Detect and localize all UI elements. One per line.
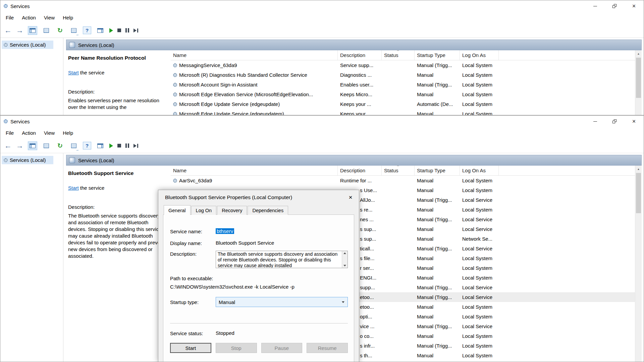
start-service-toolbar-button[interactable] (109, 27, 113, 34)
export-list-button[interactable]: → (69, 26, 78, 35)
sort-ascending-icon: ^ (397, 166, 399, 168)
scrollbar-thumb[interactable] (636, 58, 641, 98)
cell-name: MessagingService_63da9 (171, 62, 338, 68)
show-console-tree-button[interactable] (28, 26, 37, 35)
help-button[interactable]: ? (83, 142, 91, 149)
column-header-name[interactable]: Name (171, 166, 338, 175)
export-list-button[interactable]: → (69, 141, 78, 150)
column-header-description[interactable]: Description (338, 50, 382, 60)
cell-description: Keeps Micro... (338, 92, 382, 97)
vertical-scrollbar[interactable]: ▲ (635, 166, 642, 362)
tab-general[interactable]: General (164, 205, 191, 215)
startup-type-select[interactable]: Manual (216, 297, 348, 307)
stop-service-toolbar-button[interactable] (117, 142, 121, 149)
close-button[interactable]: × (624, 116, 644, 127)
column-header-status[interactable]: ^Status (382, 166, 415, 175)
titlebar[interactable]: Services × (0, 0, 644, 12)
scrollbar-thumb[interactable] (636, 173, 641, 213)
description-scrollbar[interactable] (342, 251, 347, 268)
column-header-description[interactable]: Description (338, 166, 382, 175)
restore-icon (612, 4, 616, 8)
cell-startup-type: Manual (415, 111, 460, 115)
service-gear-icon (173, 83, 177, 87)
refresh-icon: ↻ (57, 27, 63, 34)
table-row[interactable]: Microsoft Edge Update Service (edgeupdat… (171, 109, 635, 115)
menu-view[interactable]: View (40, 13, 59, 22)
path-to-executable-label: Path to executable: (170, 276, 348, 281)
forward-icon[interactable]: → (16, 142, 23, 149)
show-action-pane-button[interactable] (96, 141, 105, 150)
back-icon[interactable]: ← (4, 27, 12, 34)
menu-help[interactable]: Help (59, 13, 77, 22)
scroll-up-icon[interactable]: ▲ (635, 50, 642, 57)
close-icon: × (632, 118, 636, 124)
pause-service-toolbar-button[interactable] (125, 27, 129, 34)
panel-header-icon (69, 42, 75, 48)
dialog-titlebar[interactable]: Bluetooth Support Service Properties (Lo… (158, 190, 359, 205)
maximize-button[interactable] (605, 0, 624, 12)
scroll-up-icon[interactable]: ▲ (635, 166, 642, 172)
tree-item-label: Services (Local) (10, 42, 46, 48)
description-label: Description: (68, 89, 167, 95)
restart-service-toolbar-button[interactable] (133, 142, 138, 149)
refresh-button[interactable]: ↻ (55, 141, 65, 150)
tab-recovery[interactable]: Recovery (217, 206, 247, 215)
cell-log-on-as: Local System (460, 207, 499, 213)
properties-button[interactable] (42, 141, 51, 150)
panel-header-label: Services (Local) (78, 158, 114, 163)
tree-item-services-local[interactable]: Services (Local) (2, 41, 53, 49)
table-row[interactable]: Microsoft Account Sign-in AssistantEnabl… (171, 80, 635, 89)
description-field[interactable]: The Bluetooth service supports discovery… (216, 251, 348, 268)
menu-action[interactable]: Action (18, 13, 40, 22)
column-header-status[interactable]: ^Status (382, 50, 415, 60)
column-header-log-on-as[interactable]: Log On As (460, 50, 499, 60)
vertical-scrollbar[interactable]: ▲ (635, 50, 642, 115)
service-gear-icon (173, 63, 177, 67)
table-row[interactable]: Microsoft Edge Update Service (edgeupdat… (171, 99, 635, 109)
scroll-up-icon[interactable] (343, 252, 346, 254)
column-label: Status (384, 52, 398, 58)
start-service-toolbar-button[interactable] (109, 142, 113, 149)
refresh-button[interactable]: ↻ (55, 26, 65, 35)
cell-description: Diagnostics ... (338, 72, 382, 78)
cell-startup-type: Manual (415, 187, 460, 193)
menu-help[interactable]: Help (59, 128, 77, 138)
menu-action[interactable]: Action (18, 128, 40, 138)
column-header-log-on-as[interactable]: Log On As (460, 166, 499, 175)
start-service-link[interactable]: Start (68, 185, 79, 191)
pause-service-toolbar-button[interactable] (125, 142, 129, 149)
start-service-link[interactable]: Start (68, 70, 79, 75)
window-title: Services (10, 3, 30, 9)
close-button[interactable]: × (624, 0, 644, 12)
scroll-down-icon[interactable] (343, 265, 346, 266)
titlebar[interactable]: Services × (0, 116, 644, 127)
minimize-button[interactable] (585, 0, 605, 12)
show-action-pane-button[interactable] (96, 26, 105, 35)
maximize-button[interactable] (605, 116, 624, 127)
table-row[interactable]: MessagingService_63da9Service supp...Man… (171, 60, 635, 70)
help-button[interactable]: ? (83, 26, 91, 34)
menu-view[interactable]: View (40, 128, 59, 138)
dialog-close-button[interactable]: × (342, 190, 359, 205)
stop-service-toolbar-button[interactable] (117, 27, 121, 34)
column-header-startup-type[interactable]: Startup Type (415, 50, 460, 60)
table-row[interactable]: Microsoft (R) Diagnostics Hub Standard C… (171, 70, 635, 80)
minimize-button[interactable] (585, 116, 605, 127)
show-console-tree-button[interactable] (28, 141, 37, 150)
properties-button[interactable] (42, 26, 51, 35)
column-header-startup-type[interactable]: Startup Type (415, 166, 460, 175)
start-button[interactable]: Start (170, 343, 211, 353)
table-row[interactable]: AarSvc_63da9Runtime for ...ManualLocal S… (171, 176, 635, 185)
menu-file[interactable]: File (2, 128, 18, 138)
forward-icon[interactable]: → (16, 27, 23, 34)
column-header-name[interactable]: Name (171, 50, 338, 60)
tab-dependencies[interactable]: Dependencies (248, 206, 288, 215)
service-name-value[interactable]: bthserv (216, 228, 234, 234)
menu-file[interactable]: File (2, 13, 18, 22)
restart-icon (133, 28, 138, 33)
tree-item-services-local[interactable]: Services (Local) (2, 156, 53, 164)
back-icon[interactable]: ← (4, 142, 12, 149)
table-row[interactable]: Microsoft Edge Elevation Service (Micros… (171, 89, 635, 99)
restart-service-toolbar-button[interactable] (133, 27, 138, 34)
tab-log-on[interactable]: Log On (191, 206, 217, 215)
